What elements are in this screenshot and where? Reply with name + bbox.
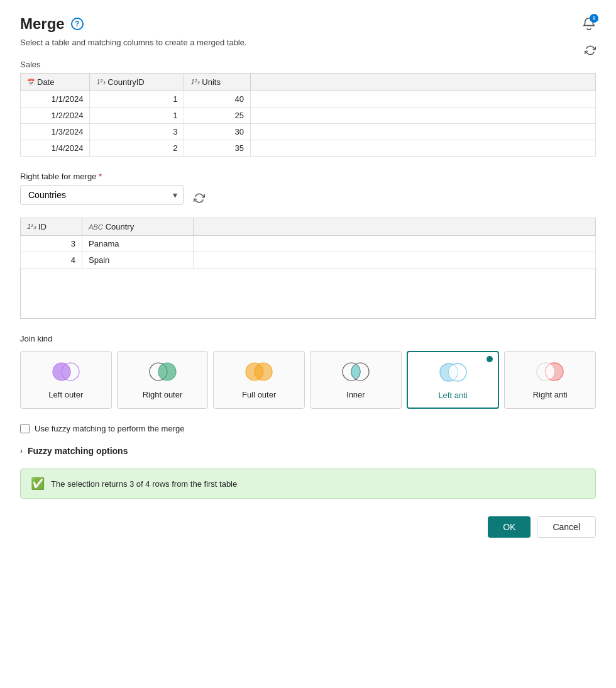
right-col-id[interactable]: 1²₃ ID xyxy=(21,218,82,236)
right-table-section: 1²₃ ID ABC Country 3 Panama 4 Spain xyxy=(20,218,596,319)
left-table-name: Sales xyxy=(20,60,596,69)
refresh-left-icon[interactable] xyxy=(585,45,596,58)
join-option-right-outer[interactable]: Right outer xyxy=(117,351,209,409)
cell-date: 1/2/2024 xyxy=(21,108,90,124)
cell-units: 30 xyxy=(184,124,251,140)
join-option-label-left-anti: Left anti xyxy=(438,391,467,400)
refresh-right-icon[interactable] xyxy=(194,192,205,206)
table-row[interactable]: 1/1/2024 1 40 xyxy=(21,91,596,108)
cell-empty xyxy=(251,91,596,108)
cell-date: 1/3/2024 xyxy=(21,124,90,140)
fuzzy-match-row: Use fuzzy matching to perform the merge xyxy=(20,424,596,433)
join-option-full-outer[interactable]: Full outer xyxy=(213,351,305,409)
success-banner: ✅ The selection returns 3 of 4 rows from… xyxy=(20,469,596,499)
success-message: The selection returns 3 of 4 rows from t… xyxy=(51,479,237,489)
header: Merge ? 9 xyxy=(20,15,596,33)
cancel-button[interactable]: Cancel xyxy=(537,516,596,538)
help-icon[interactable]: ? xyxy=(71,18,84,30)
fuzzy-options-row[interactable]: › Fuzzy matching options xyxy=(20,446,596,456)
svg-point-3 xyxy=(158,363,176,380)
venn-diagram-inner xyxy=(340,362,371,384)
right-col-country[interactable]: ABC Country xyxy=(82,218,193,236)
venn-diagram-left-anti xyxy=(437,362,469,384)
selected-indicator xyxy=(487,356,493,362)
cell-empty xyxy=(193,252,596,269)
venn-diagram-left-outer xyxy=(50,362,82,384)
chevron-right-icon[interactable]: › xyxy=(20,447,23,455)
right-table: 1²₃ ID ABC Country 3 Panama 4 Spain xyxy=(20,218,596,269)
join-option-right-anti[interactable]: Right anti xyxy=(504,351,596,409)
join-option-inner[interactable]: Inner xyxy=(310,351,402,409)
notification-icon[interactable]: 9 xyxy=(582,16,596,32)
join-option-label-full-outer: Full outer xyxy=(242,390,276,399)
footer-buttons: OK Cancel xyxy=(20,516,596,538)
right-table-label: Right table for merge * xyxy=(20,172,596,181)
join-option-label-right-outer: Right outer xyxy=(143,390,183,399)
page-title: Merge xyxy=(20,15,65,33)
left-table-section: Sales 📅 Date 1²₃ CountryID xyxy=(20,60,596,157)
venn-diagram-full-outer xyxy=(243,362,275,384)
table-row[interactable]: 3 Panama xyxy=(21,236,596,252)
number-icon-3: 1²₃ xyxy=(27,223,36,231)
calendar-icon: 📅 xyxy=(27,79,35,86)
cell-date: 1/1/2024 xyxy=(21,91,90,108)
success-icon: ✅ xyxy=(31,477,45,491)
text-icon: ABC xyxy=(89,223,103,231)
right-table-label-row: Right table for merge * Countries ▾ xyxy=(20,172,596,213)
number-icon: 1²₃ xyxy=(96,78,105,86)
fuzzy-match-label[interactable]: Use fuzzy matching to perform the merge xyxy=(35,424,184,433)
left-col-date[interactable]: 📅 Date xyxy=(21,74,90,91)
right-col-empty xyxy=(193,218,596,236)
join-option-label-left-outer: Left outer xyxy=(48,390,83,399)
cell-empty xyxy=(251,140,596,157)
right-table-select[interactable]: Countries xyxy=(20,185,184,205)
ok-button[interactable]: OK xyxy=(488,516,531,538)
table-row[interactable]: 1/3/2024 3 30 xyxy=(21,124,596,140)
left-col-countryid[interactable]: 1²₃ CountryID xyxy=(90,74,184,91)
cell-date: 1/4/2024 xyxy=(21,140,90,157)
table-row[interactable]: 1/2/2024 1 25 xyxy=(21,108,596,124)
cell-empty xyxy=(251,108,596,124)
cell-empty xyxy=(193,236,596,252)
cell-countryid: 2 xyxy=(90,140,184,157)
cell-country: Panama xyxy=(82,236,193,252)
cell-countryid: 3 xyxy=(90,124,184,140)
cell-country: Spain xyxy=(82,252,193,269)
table-row[interactable]: 1/4/2024 2 35 xyxy=(21,140,596,157)
title-area: Merge ? xyxy=(20,15,84,33)
cell-id: 3 xyxy=(21,236,82,252)
svg-point-5 xyxy=(255,363,272,380)
left-col-empty xyxy=(251,74,596,91)
venn-diagram-right-anti xyxy=(534,362,566,384)
page-subtitle: Select a table and matching columns to c… xyxy=(20,38,596,47)
table-row[interactable]: 4 Spain xyxy=(21,252,596,269)
cell-id: 4 xyxy=(21,252,82,269)
cell-countryid: 1 xyxy=(90,91,184,108)
fuzzy-options-label[interactable]: Fuzzy matching options xyxy=(28,446,128,456)
join-options: Left outer Right outer Full outer Inner xyxy=(20,351,596,409)
right-table-dropdown-wrapper: Countries ▾ xyxy=(20,185,184,205)
join-option-left-outer[interactable]: Left outer xyxy=(20,351,112,409)
number-icon-2: 1²₃ xyxy=(190,78,199,86)
cell-units: 35 xyxy=(184,140,251,157)
join-option-label-right-anti: Right anti xyxy=(533,390,568,399)
venn-diagram-right-outer xyxy=(147,362,179,384)
join-kind-label: Join kind xyxy=(20,334,596,343)
join-option-label-inner: Inner xyxy=(346,390,365,399)
join-option-left-anti[interactable]: Left anti xyxy=(407,351,500,409)
fuzzy-match-checkbox[interactable] xyxy=(20,424,30,433)
cell-units: 25 xyxy=(184,108,251,124)
left-col-units[interactable]: 1²₃ Units xyxy=(184,74,251,91)
cell-countryid: 1 xyxy=(90,108,184,124)
cell-empty xyxy=(251,124,596,140)
cell-units: 40 xyxy=(184,91,251,108)
left-table: 📅 Date 1²₃ CountryID 1²₃ Units xyxy=(20,73,596,157)
notification-badge: 9 xyxy=(590,14,598,23)
